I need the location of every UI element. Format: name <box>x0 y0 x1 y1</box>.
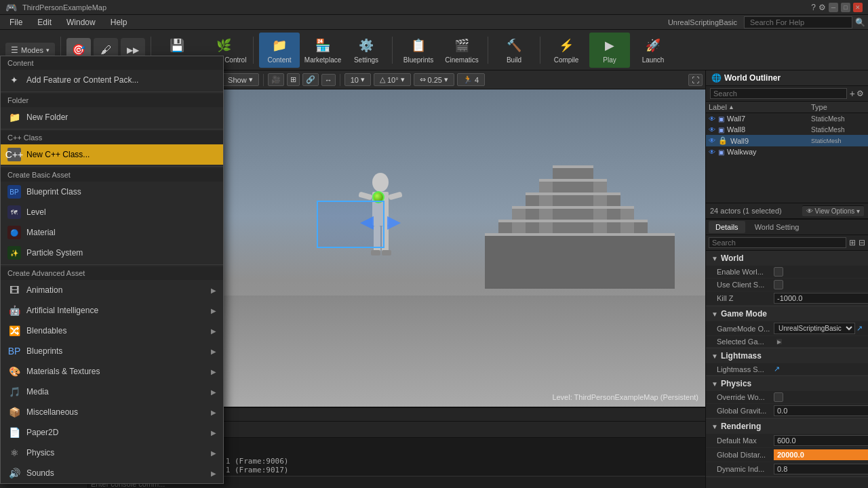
vp-maximize-button[interactable]: ⛶ <box>688 74 703 86</box>
dd-physics-icon: ⚛ <box>7 446 21 460</box>
world-client-checkbox[interactable] <box>774 280 783 289</box>
dd-media[interactable]: 🎵 Media ▶ <box>1 382 223 402</box>
dd-physics[interactable]: ⚛ Physics ▶ <box>1 443 223 463</box>
menu-help[interactable]: Help <box>104 16 134 28</box>
wo-item-wall9[interactable]: 👁 🔒 Wall9 StaticMesh <box>706 135 868 146</box>
dd-blueprints[interactable]: BP Blueprints ▶ <box>1 341 223 361</box>
menu-file[interactable]: File <box>3 16 29 28</box>
modes-arrow: ▾ <box>46 47 50 54</box>
dd-blueprint-class[interactable]: BP Blueprint Class <box>1 182 223 202</box>
world-setting-tab[interactable]: World Setting <box>748 221 806 233</box>
menu-window[interactable]: Window <box>60 16 102 28</box>
dynamic-ind-input[interactable] <box>774 464 868 474</box>
dd-new-folder[interactable]: 📁 New Folder <box>1 107 223 127</box>
world-prop-enable-label: Enable Worl... <box>717 268 771 276</box>
right-panel: 🌐 World Outliner + ⚙ Label ▲ Type 👁 ▣ <box>705 70 868 488</box>
physics-header[interactable]: ▼ Physics <box>706 376 868 391</box>
kill-z-input[interactable] <box>774 293 868 304</box>
search-help-icon[interactable]: 🔍 <box>855 18 865 27</box>
cam-speed-val: 4 <box>475 76 479 84</box>
dd-add-feature[interactable]: ✦ Add Feature or Content Pack... <box>1 70 223 90</box>
blueprints-icon: 📋 <box>409 36 428 55</box>
settings-icon[interactable]: ⚙ <box>818 3 826 12</box>
default-max-input[interactable] <box>774 435 868 446</box>
wo-search-input[interactable] <box>710 88 847 99</box>
dd-material[interactable]: 🔵 Material <box>1 222 223 243</box>
selected-game-expand[interactable]: ▶ <box>776 339 782 344</box>
dd-folder-section: Folder <box>1 94 223 107</box>
details-view-icon[interactable]: ⊞ <box>849 238 856 247</box>
rendering-header[interactable]: ▼ Rendering <box>706 419 868 434</box>
minimize-button[interactable]: ─ <box>829 3 838 12</box>
game-mode-prop-label: GameMode O... <box>717 325 771 333</box>
view-options-button[interactable]: 👁 View Options ▾ <box>802 205 864 216</box>
dd-ai[interactable]: 🤖 Artificial Intelligence ▶ <box>1 300 223 321</box>
dd-animation[interactable]: 🎞 Animation ▶ <box>1 280 223 300</box>
rendering-default-max-label: Default Max <box>717 436 771 445</box>
rendering-dynamic-ind-label: Dynamic Ind... <box>717 465 771 473</box>
dd-new-cpp[interactable]: C++ New C++ Class... <box>1 144 223 165</box>
marketplace-button[interactable]: 🏪 Marketplace <box>302 33 343 68</box>
gravity-input[interactable] <box>774 405 868 416</box>
blueprints-button[interactable]: 📋 Blueprints <box>398 33 439 68</box>
compile-button[interactable]: ⚡ Compile <box>546 33 587 68</box>
dd-blueprints-label: Blueprints <box>26 346 62 356</box>
wo-item-wall8[interactable]: 👁 ▣ Wall8 StaticMesh <box>706 124 868 135</box>
maximize-button[interactable]: □ <box>841 3 850 12</box>
launch-label: Launch <box>642 56 665 64</box>
angle-value[interactable]: △ 10° ▾ <box>374 73 411 86</box>
content-button[interactable]: 📁 Content <box>259 33 300 68</box>
build-button[interactable]: 🔨 Build <box>494 33 534 68</box>
world-prop-client-value <box>774 280 863 289</box>
vp-snap-icon[interactable]: 🔗 <box>302 73 319 86</box>
dd-level-icon: 🗺 <box>7 205 21 219</box>
details-search-input[interactable] <box>709 237 846 248</box>
wo-item-wall7[interactable]: 👁 ▣ Wall7 StaticMesh <box>706 113 868 124</box>
vp-camera-icon[interactable]: 🎥 <box>268 73 284 86</box>
dd-level[interactable]: 🗺 Level <box>1 202 223 222</box>
grid-value[interactable]: 10 ▾ <box>344 73 371 86</box>
lightmass-prop-value: ↗ <box>774 365 863 373</box>
details-filter-icon[interactable]: ⊟ <box>859 238 865 247</box>
physics-gravity-label: Global Gravit... <box>717 407 771 415</box>
dd-sounds[interactable]: 🔊 Sounds ▶ <box>1 463 223 483</box>
scale-value[interactable]: ⇔ 0.25 ▾ <box>414 73 454 86</box>
global-dist-input[interactable] <box>774 449 868 460</box>
world-enable-checkbox[interactable] <box>774 267 783 277</box>
lightmass-link[interactable]: ↗ <box>774 365 780 373</box>
vp-translate-icon[interactable]: ↔ <box>321 74 336 86</box>
view-opts-label: View Options ▾ <box>814 207 860 215</box>
game-mode-header[interactable]: ▼ Game Mode <box>706 306 868 321</box>
cinematics-button[interactable]: 🎬 Cinematics <box>441 33 482 68</box>
search-help-input[interactable] <box>744 16 852 28</box>
show-button[interactable]: Show ▾ <box>222 73 259 86</box>
dd-particle-system[interactable]: ✨ Particle System <box>1 243 223 263</box>
wo-add-icon[interactable]: + <box>850 88 855 99</box>
details-tab[interactable]: Details <box>709 221 745 233</box>
dd-paper2d[interactable]: 📄 Paper2D ▶ <box>1 422 223 443</box>
menu-edit[interactable]: Edit <box>31 16 58 28</box>
dd-blueprints-arrow: ▶ <box>211 348 216 355</box>
game-mode-dropdown[interactable]: UnrealScriptingBasic <box>774 323 855 334</box>
lightmass-header[interactable]: ▼ Lightmass <box>706 348 868 363</box>
close-button[interactable]: ✕ <box>853 3 863 12</box>
physics-override-checkbox[interactable] <box>774 392 783 402</box>
launch-button[interactable]: 🚀 Launch <box>633 33 673 68</box>
dd-material-label: Material <box>26 228 56 237</box>
lightmass-expand-icon: ▼ <box>711 352 718 360</box>
wo-item-walkway[interactable]: 👁 ▣ Walkway <box>706 146 868 157</box>
vp-grid-icon[interactable]: ⊞ <box>287 73 300 86</box>
play-button[interactable]: ▶ Play <box>589 33 630 68</box>
help-icon[interactable]: ? <box>811 3 816 12</box>
physics-override-label: Override Wo... <box>717 393 771 401</box>
dd-blendables[interactable]: 🔀 Blendables ▶ <box>1 321 223 341</box>
camera-speed[interactable]: 🏃 4 <box>457 73 485 86</box>
wo-settings-icon[interactable]: ⚙ <box>856 89 864 98</box>
dd-materials-textures[interactable]: 🎨 Materials & Textures ▶ <box>1 361 223 382</box>
content-label: Content <box>268 56 292 64</box>
dd-miscellaneous[interactable]: 📦 Miscellaneous ▶ <box>1 402 223 422</box>
toolbar-sep-6 <box>540 37 540 64</box>
settings-button[interactable]: ⚙️ Settings <box>346 33 387 68</box>
world-section-header[interactable]: ▼ World <box>706 251 868 266</box>
game-mode-link[interactable]: ↗ <box>856 324 863 333</box>
